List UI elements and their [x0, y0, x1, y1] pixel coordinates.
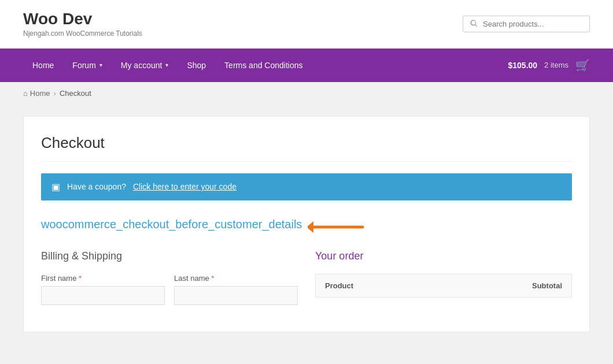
name-form-row: First name * Last name * [41, 274, 298, 305]
nav-item-myaccount[interactable]: My account ▾ [112, 50, 178, 80]
site-subtitle: Njengah.com WooCommerce Tutorials [23, 29, 142, 38]
last-name-input[interactable] [174, 286, 298, 305]
billing-title: Billing & Shipping [41, 250, 298, 262]
search-icon [470, 20, 478, 28]
checkout-title: Checkout [41, 134, 572, 162]
cart-items-count: 2 items [544, 61, 568, 69]
nav-item-home[interactable]: Home [23, 50, 63, 80]
subtotal-col-header: Subtotal [441, 274, 571, 297]
coupon-icon: ▣ [51, 181, 60, 192]
site-branding: Woo Dev Njengah.com WooCommerce Tutorial… [23, 10, 142, 38]
site-nav: Home Forum ▾ My account ▾ Shop Terms and… [0, 49, 613, 82]
order-table-header-row: Product Subtotal [316, 274, 572, 297]
product-col-header: Product [316, 274, 442, 297]
order-title: Your order [315, 250, 572, 262]
checkout-columns: Billing & Shipping First name * Last nam… [41, 250, 572, 314]
home-icon: ⌂ [23, 89, 28, 98]
search-bar[interactable] [463, 16, 590, 32]
first-name-label: First name * [41, 274, 165, 283]
order-col: Your order Product Subtotal [315, 250, 572, 314]
coupon-banner: ▣ Have a coupon? Click here to enter you… [41, 173, 572, 200]
nav-item-shop[interactable]: Shop [178, 50, 215, 80]
site-header: Woo Dev Njengah.com WooCommerce Tutorial… [0, 0, 613, 49]
chevron-down-icon: ▾ [165, 62, 168, 68]
cart-icon[interactable]: 🛒 [575, 58, 590, 72]
order-table: Product Subtotal [315, 274, 572, 298]
first-name-group: First name * [41, 274, 165, 305]
required-mark: * [209, 274, 215, 283]
search-input[interactable] [483, 20, 582, 28]
nav-item-terms[interactable]: Terms and Conditions [215, 50, 312, 80]
breadcrumb: ⌂ Home › Checkout [0, 82, 613, 105]
nav-cart: $105.00 2 items 🛒 [508, 58, 590, 72]
arrow-icon [308, 218, 365, 236]
chevron-down-icon: ▾ [99, 62, 102, 68]
coupon-text: Have a coupon? [67, 182, 126, 191]
breadcrumb-separator: › [54, 89, 56, 98]
arrow-annotation [308, 218, 365, 236]
required-mark: * [76, 274, 82, 283]
coupon-link[interactable]: Click here to enter your code [133, 182, 237, 191]
first-name-input[interactable] [41, 286, 165, 305]
svg-marker-1 [308, 221, 313, 233]
hook-label: woocommerce_checkout_before_customer_det… [41, 218, 302, 231]
hook-row: woocommerce_checkout_before_customer_det… [41, 218, 572, 236]
nav-item-forum[interactable]: Forum ▾ [63, 50, 111, 80]
checkout-box: Checkout ▣ Have a coupon? Click here to … [23, 116, 590, 332]
main-content: Checkout ▣ Have a coupon? Click here to … [0, 105, 613, 364]
site-title: Woo Dev [23, 10, 142, 28]
last-name-group: Last name * [174, 274, 298, 305]
nav-items: Home Forum ▾ My account ▾ Shop Terms and… [23, 50, 508, 80]
billing-col: Billing & Shipping First name * Last nam… [41, 250, 298, 314]
cart-price: $105.00 [508, 61, 537, 70]
breadcrumb-home-link[interactable]: ⌂ Home [23, 89, 50, 98]
last-name-label: Last name * [174, 274, 298, 283]
breadcrumb-current: Checkout [60, 89, 91, 98]
